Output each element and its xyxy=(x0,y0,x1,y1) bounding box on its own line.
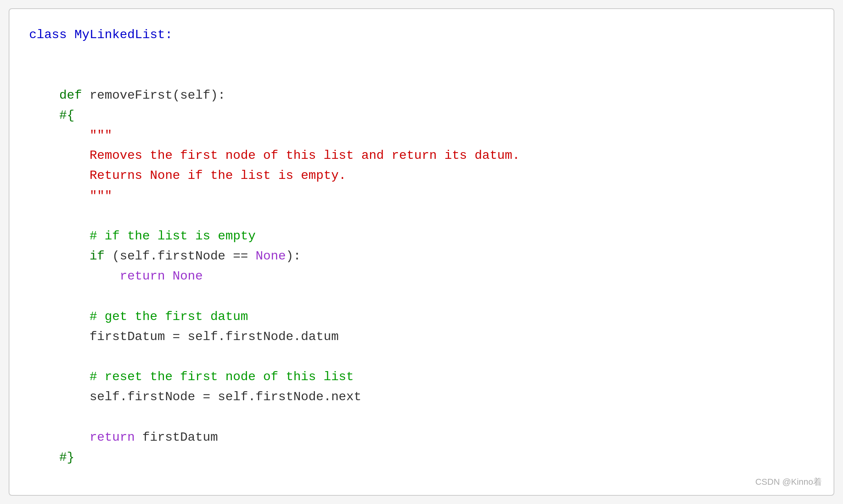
code-line: # reset the first node of this list xyxy=(29,367,814,387)
code-line xyxy=(29,45,814,65)
code-line: if (self.firstNode == None): xyxy=(29,246,814,266)
code-line: return firstDatum xyxy=(29,427,814,447)
code-line: class MyLinkedList: xyxy=(29,25,814,45)
code-line: #{ xyxy=(29,105,814,125)
code-block: class MyLinkedList: def removeFirst(self… xyxy=(29,25,814,467)
code-line: firstDatum = self.firstNode.datum xyxy=(29,327,814,347)
code-line xyxy=(29,347,814,367)
code-line: # get the first datum xyxy=(29,307,814,327)
code-line: Returns None if the list is empty. xyxy=(29,166,814,186)
code-line: """ xyxy=(29,125,814,145)
watermark: CSDN @Kinno着 xyxy=(755,476,822,488)
code-line: self.firstNode = self.firstNode.next xyxy=(29,387,814,407)
code-line: """ xyxy=(29,186,814,206)
code-line xyxy=(29,286,814,306)
code-container: class MyLinkedList: def removeFirst(self… xyxy=(9,8,834,496)
code-line: # if the list is empty xyxy=(29,226,814,246)
code-line: return None xyxy=(29,266,814,286)
code-line xyxy=(29,206,814,226)
code-line: def removeFirst(self): xyxy=(29,85,814,105)
code-line xyxy=(29,407,814,427)
code-line xyxy=(29,65,814,85)
code-line: #} xyxy=(29,447,814,467)
code-line: Removes the first node of this list and … xyxy=(29,145,814,166)
